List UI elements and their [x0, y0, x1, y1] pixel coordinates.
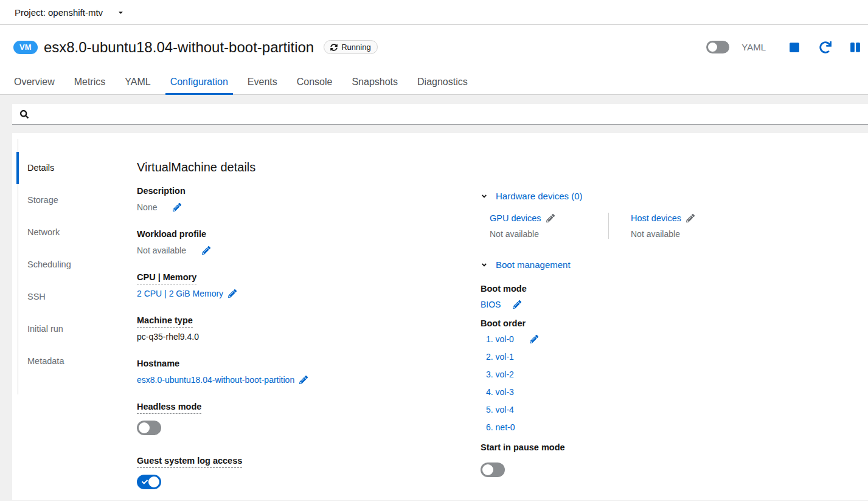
stop-button[interactable]: [789, 42, 800, 53]
boot-order-item-link[interactable]: 6. net-0: [486, 422, 515, 432]
workload-profile-field: Workload profile Not available: [137, 229, 474, 256]
boot-order-list: 1. vol-0 2. vol-1 3. vol-2 4. vol-3 5. v…: [486, 334, 858, 432]
start-in-pause-mode-switch[interactable]: [481, 462, 505, 477]
guest-system-log-access-switch[interactable]: [137, 475, 161, 489]
tab-bar: Overview Metrics YAML Configuration Even…: [0, 69, 868, 95]
hardware-devices-grid: GPU devices Not available Host devices: [490, 213, 858, 239]
restart-button[interactable]: [819, 41, 832, 53]
switch-knob: [139, 422, 150, 433]
pencil-icon: [686, 214, 695, 222]
tab-metrics[interactable]: Metrics: [64, 69, 116, 94]
guest-system-log-access-label: Guest system log access: [137, 456, 242, 468]
edit-gpu-devices-button[interactable]: [546, 214, 555, 222]
pause-button[interactable]: [850, 42, 861, 53]
machine-type-field: Machine type pc-q35-rhel9.4.0: [137, 315, 474, 342]
pencil-icon: [530, 335, 538, 343]
guest-system-log-access-field: Guest system log access: [137, 455, 474, 491]
machine-type-value: pc-q35-rhel9.4.0: [137, 331, 199, 342]
pencil-icon: [299, 376, 308, 384]
boot-order-item-link[interactable]: 5. vol-4: [486, 405, 514, 414]
configuration-sidebar: Details Storage Network Scheduling SSH I…: [12, 133, 137, 500]
sync-icon: [330, 44, 338, 51]
tab-overview[interactable]: Overview: [4, 69, 64, 94]
boot-order-item: 6. net-0: [486, 422, 858, 432]
boot-order-item-link[interactable]: 3. vol-2: [486, 370, 514, 379]
headless-mode-label: Headless mode: [137, 402, 201, 414]
tab-diagnostics[interactable]: Diagnostics: [408, 69, 477, 94]
page-title: esx8.0-ubuntu18.04-without-boot-partitio…: [44, 39, 314, 56]
edit-boot-order-button[interactable]: [530, 335, 538, 343]
cpu-memory-link[interactable]: 2 CPU | 2 GiB Memory: [137, 288, 223, 299]
host-devices-link[interactable]: Host devices: [631, 213, 681, 224]
hardware-devices-heading: Hardware devices (0): [496, 190, 583, 202]
boot-order-item: 4. vol-3: [486, 387, 858, 397]
tab-configuration[interactable]: Configuration: [161, 69, 238, 94]
tab-snapshots[interactable]: Snapshots: [342, 69, 408, 94]
workload-profile-value: Not available: [137, 245, 186, 256]
project-selector-label: Project: openshift-mtv: [15, 7, 103, 18]
boot-order-item-link[interactable]: 4. vol-3: [486, 387, 514, 397]
hardware-devices-toggle[interactable]: Hardware devices (0): [481, 190, 858, 202]
edit-hostname-button[interactable]: [299, 376, 308, 384]
headless-mode-switch[interactable]: [137, 421, 161, 435]
edit-cpu-memory-button[interactable]: [228, 289, 237, 298]
sidebar-item-scheduling[interactable]: Scheduling: [12, 249, 137, 281]
tab-yaml[interactable]: YAML: [115, 69, 160, 94]
project-selector[interactable]: Project: openshift-mtv: [15, 7, 124, 18]
hostname-field: Hostname esx8.0-ubuntu18.04-without-boot…: [137, 358, 474, 385]
gpu-devices-link[interactable]: GPU devices: [490, 213, 541, 224]
configuration-card: Details Storage Network Scheduling SSH I…: [12, 133, 868, 500]
edit-boot-mode-button[interactable]: [513, 300, 521, 309]
boot-order-label: Boot order: [481, 318, 858, 329]
restart-icon: [819, 41, 832, 53]
switch-knob: [708, 43, 717, 52]
pencil-icon: [513, 300, 521, 309]
gpu-devices-cell: GPU devices Not available: [490, 213, 609, 239]
sidebar-item-details[interactable]: Details: [12, 152, 137, 184]
yaml-switch[interactable]: [706, 41, 729, 53]
search-input[interactable]: [29, 104, 868, 124]
pencil-icon: [173, 203, 181, 211]
boot-order-item: 2. vol-1: [486, 352, 858, 362]
project-bar: Project: openshift-mtv: [0, 0, 868, 25]
page-body: Details Storage Network Scheduling SSH I…: [0, 95, 868, 501]
host-devices-cell: Host devices Not available: [609, 213, 858, 239]
vm-kind-badge: VM: [13, 41, 38, 54]
tab-console[interactable]: Console: [287, 69, 342, 94]
edit-workload-profile-button[interactable]: [202, 246, 210, 255]
status-label: Running: [341, 43, 370, 52]
status-badge[interactable]: Running: [324, 40, 377, 54]
edit-description-button[interactable]: [173, 203, 181, 211]
hostname-link[interactable]: esx8.0-ubuntu18.04-without-boot-partitio…: [137, 374, 294, 385]
angle-down-icon: [481, 261, 488, 269]
start-in-pause-mode-label: Start in pause mode: [481, 442, 565, 452]
switch-knob: [148, 476, 159, 487]
boot-order-item: 5. vol-4: [486, 405, 858, 414]
host-devices-value: Not available: [631, 229, 858, 239]
boot-mode-link[interactable]: BIOS: [481, 300, 501, 309]
workload-profile-label: Workload profile: [137, 229, 474, 239]
sidebar-item-network[interactable]: Network: [12, 216, 137, 249]
boot-management-heading: Boot management: [496, 259, 571, 271]
search-bar: [12, 104, 868, 125]
sidebar-item-storage[interactable]: Storage: [12, 184, 137, 216]
page-header: VM esx8.0-ubuntu18.04-without-boot-parti…: [0, 25, 868, 69]
description-label: Description: [137, 185, 474, 196]
switch-knob: [482, 464, 493, 475]
boot-order-item-link[interactable]: 1. vol-0: [486, 334, 514, 344]
sidebar-item-ssh[interactable]: SSH: [12, 281, 137, 313]
boot-order-item-link[interactable]: 2. vol-1: [486, 352, 514, 362]
boot-management-toggle[interactable]: Boot management: [481, 259, 858, 271]
details-column: VirtualMachine details Description None …: [137, 160, 474, 500]
sidebar-item-metadata[interactable]: Metadata: [12, 345, 137, 377]
edit-host-devices-button[interactable]: [686, 214, 695, 222]
header-actions: YAML: [706, 41, 862, 53]
boot-mode-label: Boot mode: [481, 283, 858, 294]
cpu-memory-label: CPU | Memory: [137, 272, 196, 284]
machine-type-label: Machine type: [137, 315, 193, 328]
stop-icon: [789, 42, 800, 53]
hostname-label: Hostname: [137, 358, 474, 369]
check-icon: [142, 479, 148, 485]
sidebar-item-initial-run[interactable]: Initial run: [12, 313, 137, 345]
tab-events[interactable]: Events: [238, 69, 287, 94]
